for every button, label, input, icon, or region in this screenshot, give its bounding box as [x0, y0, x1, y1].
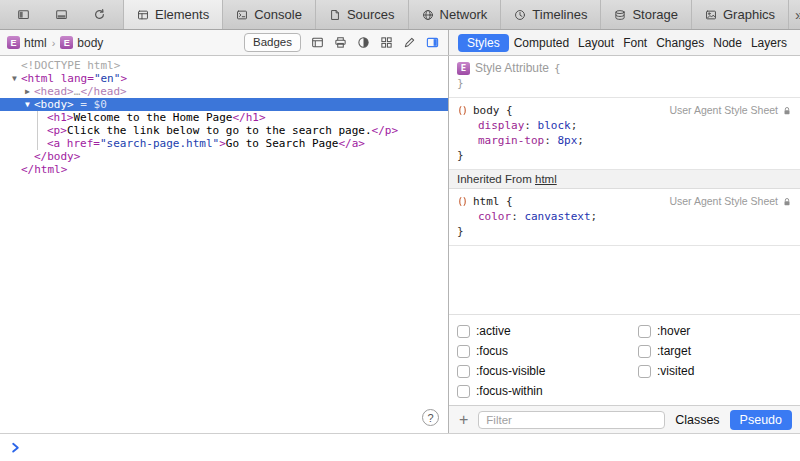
sidebar-tab-bar: StylesComputedLayoutFontChangesNodeLayer…	[449, 30, 800, 55]
pseudo-toggle-visited[interactable]: :visited	[638, 364, 792, 378]
tab-graphics[interactable]: Graphics	[691, 0, 789, 29]
sidebar-tab-styles[interactable]: Styles	[458, 34, 509, 52]
frames-icon	[311, 36, 324, 49]
classes-button[interactable]: Classes	[673, 413, 721, 427]
web-inspector-window: ElementsConsoleSourcesNetworkTimelinesSt…	[0, 0, 800, 461]
print-icon	[334, 36, 347, 49]
pseudo-button[interactable]: Pseudo	[730, 410, 792, 430]
rule-origin-label: User Agent Style Sheet	[669, 194, 778, 209]
style-attribute-title: Style Attribute	[475, 61, 549, 76]
sidebar-tab-computed[interactable]: Computed	[510, 34, 573, 52]
contrast-button[interactable]	[357, 36, 370, 49]
closing-brace: }	[457, 224, 792, 239]
breadcrumb-item-html[interactable]: Ehtml	[7, 36, 47, 50]
console-prompt-bar[interactable]	[0, 433, 800, 461]
css-property[interactable]: margin-top: 8px;	[457, 133, 792, 148]
tab-elements[interactable]: Elements	[123, 0, 222, 29]
dock-to-side-button[interactable]	[11, 8, 36, 21]
pseudo-label: :focus-visible	[476, 364, 545, 378]
dom-token: <head>	[34, 85, 74, 98]
dom-token: </head>	[80, 85, 126, 98]
pseudo-class-toggles: :active:focus:focus-visible:focus-within…	[449, 314, 800, 405]
add-rule-button[interactable]: +	[457, 412, 470, 428]
breadcrumb: Ehtml›Ebody	[0, 36, 103, 50]
tab-sources[interactable]: Sources	[315, 0, 408, 29]
css-property[interactable]: color: canvastext;	[457, 209, 792, 224]
pseudo-checkbox[interactable]	[638, 325, 651, 338]
dom-token: </a>	[338, 137, 365, 150]
dock-to-bottom-button[interactable]	[49, 8, 74, 21]
property-value: canvastext	[524, 210, 590, 223]
sidebar-tab-changes[interactable]: Changes	[652, 34, 708, 52]
dom-token: </body>	[34, 150, 80, 163]
dom-tree-node[interactable]: <p>Click the link below to go to the sea…	[0, 124, 448, 137]
main-toolbar: ElementsConsoleSourcesNetworkTimelinesSt…	[0, 0, 800, 30]
pseudo-checkbox[interactable]	[457, 345, 470, 358]
sidebar-tab-node[interactable]: Node	[709, 34, 746, 52]
pseudo-checkbox[interactable]	[638, 365, 651, 378]
pseudo-toggle-active[interactable]: :active	[457, 324, 638, 338]
pseudo-toggle-focus-within[interactable]: :focus-within	[457, 384, 638, 398]
tab-timelines[interactable]: Timelines	[500, 0, 600, 29]
grid-button[interactable]	[380, 36, 393, 49]
expand-arrow-icon[interactable]: ▼	[8, 72, 21, 85]
dom-token: >	[219, 137, 226, 150]
dock-bottom-icon	[55, 8, 68, 21]
dom-tree-node[interactable]: <h1>Welcome to the Home Page</h1>	[0, 111, 448, 124]
dom-token: = $0	[74, 98, 107, 111]
tab-network[interactable]: Network	[408, 0, 501, 29]
print-button[interactable]	[334, 36, 347, 49]
console-icon	[236, 9, 248, 21]
pseudo-toggle-hover[interactable]: :hover	[638, 324, 792, 338]
dom-toolbar-icons: Badges	[244, 33, 448, 52]
pseudo-checkbox[interactable]	[457, 385, 470, 398]
dom-tree-node[interactable]: </html>	[0, 163, 448, 176]
dom-token: <h1>	[47, 111, 74, 124]
sidebar-tab-font[interactable]: Font	[619, 34, 651, 52]
pseudo-toggle-target[interactable]: :target	[638, 344, 792, 358]
dom-tree-node[interactable]: ▼<html lang="en">	[0, 72, 448, 85]
dom-token: >	[120, 72, 127, 85]
dom-token: Go to Search Page	[226, 137, 339, 150]
pseudo-toggle-focus[interactable]: :focus	[457, 344, 638, 358]
dom-navigation-bar: Ehtml›Ebody Badges	[0, 30, 449, 55]
inherited-target-link[interactable]: html	[535, 173, 557, 185]
css-rule-body: body {User Agent Style Sheetdisplay: blo…	[449, 98, 800, 170]
property-colon: :	[511, 210, 524, 223]
dom-tree-node[interactable]: <a href="search-page.html">Go to Search …	[0, 137, 448, 150]
tab-console[interactable]: Console	[222, 0, 315, 29]
dom-tree-node[interactable]: ▼<body> = $0	[0, 98, 448, 111]
brush-button[interactable]	[403, 36, 416, 49]
pseudo-checkbox[interactable]	[457, 365, 470, 378]
elements-icon	[137, 9, 149, 21]
closing-brace: }	[457, 76, 792, 91]
pseudo-toggle-focus-visible[interactable]: :focus-visible	[457, 364, 638, 378]
reload-page-button[interactable]	[87, 8, 112, 21]
dom-token: <!DOCTYPE html>	[21, 59, 120, 72]
styles-bottom-bar: + Classes Pseudo	[449, 405, 800, 433]
pseudo-checkbox[interactable]	[638, 345, 651, 358]
pseudo-label: :active	[476, 324, 511, 338]
filter-input[interactable]	[478, 411, 665, 429]
overflow-tabs-button[interactable]: »	[789, 7, 800, 22]
frames-button[interactable]	[311, 36, 324, 49]
tab-label: Network	[440, 7, 488, 22]
panel-right-button[interactable]	[426, 36, 439, 49]
css-property[interactable]: display: block;	[457, 118, 792, 133]
rule-origin: User Agent Style Sheet	[669, 103, 792, 118]
dom-tree-node[interactable]: </body>	[0, 150, 448, 163]
expand-arrow-icon[interactable]: ▼	[21, 98, 34, 111]
contrast-icon	[357, 36, 370, 49]
sidebar-tab-layout[interactable]: Layout	[574, 34, 618, 52]
badges-button[interactable]: Badges	[244, 33, 301, 52]
pseudo-checkbox[interactable]	[457, 325, 470, 338]
dom-tree-node[interactable]: ▶<head>…</head>	[0, 85, 448, 98]
sidebar-tab-layers[interactable]: Layers	[747, 34, 791, 52]
tab-storage[interactable]: Storage	[600, 0, 691, 29]
dock-side-icon	[17, 8, 30, 21]
help-button[interactable]: ?	[422, 409, 439, 426]
dom-tree-node[interactable]: <!DOCTYPE html>	[0, 59, 448, 72]
collapse-arrow-icon[interactable]: ▶	[21, 85, 34, 98]
pseudo-label: :hover	[657, 324, 690, 338]
breadcrumb-item-body[interactable]: Ebody	[60, 36, 103, 50]
